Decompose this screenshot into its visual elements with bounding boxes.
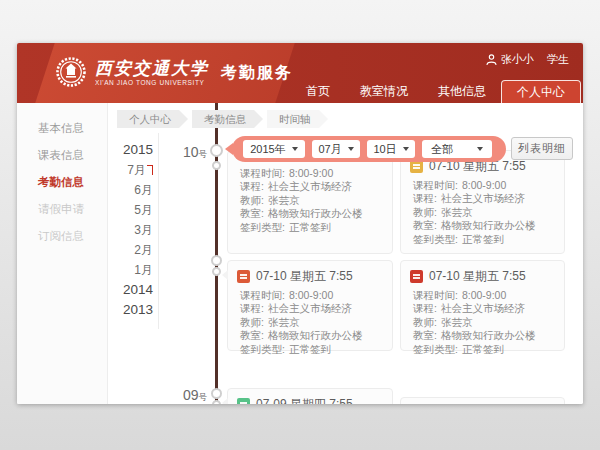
- dropdown-arrow-icon: [477, 147, 483, 151]
- attendance-card[interactable]: 课程时间:8:00-9:00 课程:社会主义市场经济 教师:张芸京 教室:格物致…: [227, 150, 393, 254]
- field-value: 8:00-9:00: [289, 289, 333, 301]
- content-area: 基本信息 课表信息 考勤信息 请假申请 订阅信息 个人中心 考勤信息 时间轴 2…: [17, 103, 583, 404]
- date-nav-june[interactable]: 6月: [109, 180, 153, 200]
- attendance-card[interactable]: 07-10 星期五 7:55 课程时间:8:00-9:00 课程:社会主义市场经…: [400, 150, 565, 254]
- timeline-dot[interactable]: [212, 267, 221, 276]
- card-title: 07-10 星期五 7:55: [256, 268, 353, 285]
- card-header: 07-10 星期五 7:55: [401, 261, 564, 287]
- event-type-icon: [410, 270, 423, 283]
- user-name: 张小小: [501, 52, 534, 67]
- field-value: 格物致知行政办公楼: [441, 329, 536, 341]
- date-nav-january[interactable]: 1月: [109, 260, 153, 280]
- date-nav-divider: [158, 133, 159, 329]
- field-label: 课程:: [240, 180, 264, 192]
- field-label: 教师:: [240, 194, 264, 206]
- field-value: 8:00-9:00: [289, 167, 333, 179]
- attendance-card[interactable]: 07-10 星期五 7:55 课程时间:8:00-9:00 课程:社会主义市场经…: [400, 260, 565, 351]
- field-label: 课程时间:: [240, 289, 285, 301]
- day-09-number: 09: [183, 387, 199, 403]
- breadcrumb-personal-center[interactable]: 个人中心: [117, 110, 179, 128]
- field-label: 教室:: [413, 329, 437, 341]
- card-body: 课程时间:8:00-9:00 课程:社会主义市场经济 教师:张芸京 教室:格物致…: [228, 287, 392, 362]
- field-value: 社会主义市场经济: [268, 302, 352, 314]
- breadcrumb-timeline[interactable]: 时间轴: [267, 110, 319, 128]
- date-nav: 2015 7月 6月 5月 3月 2月 1月 2014 2013: [109, 140, 153, 320]
- dropdown-arrow-icon: [403, 147, 409, 151]
- sidebar: 基本信息 课表信息 考勤信息 请假申请 订阅信息: [17, 103, 108, 404]
- user-info[interactable]: 张小小 学生: [486, 52, 569, 67]
- sidebar-item-schedule-info[interactable]: 课表信息: [17, 142, 107, 169]
- field-label: 签到类型:: [240, 343, 285, 355]
- field-label: 课程时间:: [413, 289, 458, 301]
- nav-personal-center-active[interactable]: 个人中心: [501, 80, 581, 103]
- timeline-dot[interactable]: [210, 144, 223, 157]
- date-nav-2014[interactable]: 2014: [109, 280, 153, 300]
- breadcrumb-attendance-info[interactable]: 考勤信息: [192, 110, 254, 128]
- field-value: 格物致知行政办公楼: [268, 207, 363, 219]
- year-dropdown[interactable]: 2015年: [243, 140, 305, 158]
- timeline-day-10: 10号: [165, 143, 207, 161]
- type-dropdown[interactable]: 全部: [422, 140, 492, 158]
- university-brand: 西安交通大学 XI'AN JIAO TONG UNIVERSITY 考勤服务: [55, 56, 293, 88]
- sidebar-item-attendance-info[interactable]: 考勤信息: [17, 169, 107, 196]
- field-value: 张芸京: [441, 316, 473, 328]
- day-09-unit: 号: [199, 392, 208, 402]
- attendance-card[interactable]: [400, 397, 565, 404]
- field-label: 课程时间:: [413, 179, 458, 191]
- field-label: 签到类型:: [413, 343, 458, 355]
- attendance-card[interactable]: 07-09 星期四 7:55: [227, 388, 393, 404]
- field-label: 签到类型:: [413, 233, 458, 245]
- card-title: 07-09 星期四 7:55: [256, 396, 353, 404]
- timeline-dot[interactable]: [211, 255, 222, 266]
- field-label: 课程:: [413, 302, 437, 314]
- card-title: 07-10 星期五 7:55: [429, 268, 526, 285]
- attendance-card[interactable]: 07-10 星期五 7:55 课程时间:8:00-9:00 课程:社会主义市场经…: [227, 260, 393, 351]
- card-body: 课程时间:8:00-9:00 课程:社会主义市场经济 教师:张芸京 教室:格物致…: [401, 287, 564, 362]
- day-dropdown-value: 10日: [373, 142, 396, 157]
- timeline-dot[interactable]: [212, 161, 221, 170]
- day-dropdown[interactable]: 10日: [367, 140, 415, 158]
- date-nav-march[interactable]: 3月: [109, 220, 153, 240]
- field-value: 社会主义市场经济: [441, 192, 525, 204]
- field-label: 教师:: [240, 316, 264, 328]
- field-value: 格物致知行政办公楼: [441, 219, 536, 231]
- date-nav-2013[interactable]: 2013: [109, 300, 153, 320]
- person-icon: [486, 54, 497, 66]
- user-role: 学生: [547, 52, 569, 67]
- day-10-number: 10: [183, 144, 199, 160]
- field-label: 课程:: [240, 302, 264, 314]
- sidebar-item-subscription-info[interactable]: 订阅信息: [17, 223, 107, 250]
- event-type-icon: [237, 270, 250, 283]
- timeline-dot[interactable]: [212, 400, 221, 404]
- sidebar-item-basic-info[interactable]: 基本信息: [17, 115, 107, 142]
- date-filter-bar: 2015年 07月 10日 全部: [232, 136, 506, 162]
- app-title: 考勤服务: [221, 61, 293, 84]
- nav-other-info[interactable]: 其他信息: [423, 81, 501, 101]
- university-name-cn: 西安交通大学: [95, 59, 209, 78]
- nav-home[interactable]: 首页: [291, 81, 345, 101]
- nav-classrooms[interactable]: 教室情况: [345, 81, 423, 101]
- date-nav-february[interactable]: 2月: [109, 240, 153, 260]
- list-detail-button[interactable]: 列表明细: [511, 137, 573, 160]
- date-nav-may[interactable]: 5月: [109, 200, 153, 220]
- timeline-dot[interactable]: [211, 388, 222, 399]
- dropdown-arrow-icon: [348, 147, 354, 151]
- event-type-icon: [237, 398, 250, 404]
- field-label: 教师:: [413, 206, 437, 218]
- date-nav-2015[interactable]: 2015: [109, 140, 153, 160]
- field-label: 课程时间:: [240, 167, 285, 179]
- field-value: 正常签到: [462, 233, 504, 245]
- card-header: 07-09 星期四 7:55: [228, 389, 392, 404]
- sidebar-item-leave-request[interactable]: 请假申请: [17, 196, 107, 223]
- current-month-marker-icon: [147, 165, 153, 175]
- field-value: 社会主义市场经济: [268, 180, 352, 192]
- field-label: 教室:: [413, 219, 437, 231]
- field-value: 张芸京: [268, 316, 300, 328]
- field-value: 正常签到: [462, 343, 504, 355]
- date-nav-july[interactable]: 7月: [109, 160, 153, 180]
- type-dropdown-value: 全部: [431, 142, 453, 157]
- university-name-en: XI'AN JIAO TONG UNIVERSITY: [95, 79, 209, 86]
- field-value: 正常签到: [289, 221, 331, 233]
- app-header: 西安交通大学 XI'AN JIAO TONG UNIVERSITY 考勤服务 张…: [17, 43, 583, 103]
- month-dropdown[interactable]: 07月: [312, 140, 360, 158]
